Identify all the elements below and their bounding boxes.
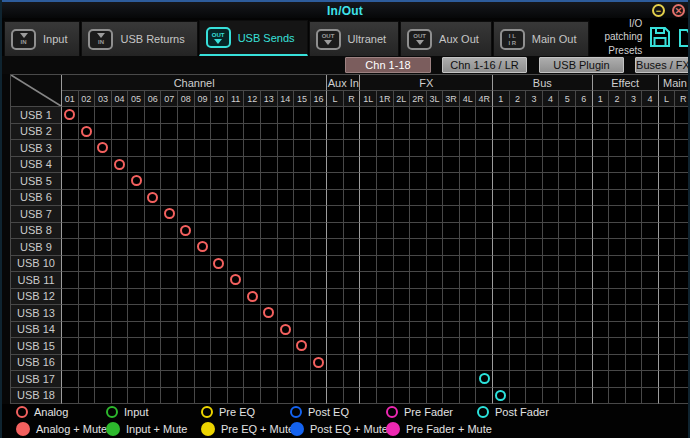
routing-cell[interactable]: [377, 256, 394, 273]
routing-cell[interactable]: [476, 157, 493, 174]
routing-cell[interactable]: [161, 223, 178, 240]
routing-cell[interactable]: [675, 355, 690, 372]
routing-cell[interactable]: [195, 256, 212, 273]
routing-cell[interactable]: [593, 124, 610, 141]
routing-cell[interactable]: [261, 206, 278, 223]
tab-main-out[interactable]: I LI RMain Out: [493, 21, 590, 56]
routing-cell[interactable]: [427, 124, 444, 141]
routing-cell[interactable]: [79, 239, 96, 256]
routing-cell[interactable]: [311, 355, 328, 372]
routing-cell[interactable]: [526, 190, 543, 207]
routing-cell[interactable]: [228, 157, 245, 174]
routing-cell[interactable]: [62, 124, 79, 141]
routing-cell[interactable]: [145, 190, 162, 207]
routing-cell[interactable]: [261, 173, 278, 190]
routing-cell[interactable]: [79, 107, 96, 124]
routing-cell[interactable]: [543, 239, 560, 256]
routing-cell[interactable]: [178, 371, 195, 388]
tab-usb-returns[interactable]: INUSB Returns: [81, 21, 197, 56]
routing-cell[interactable]: [626, 305, 643, 322]
routing-cell[interactable]: [112, 107, 129, 124]
routing-cell[interactable]: [79, 206, 96, 223]
routing-cell[interactable]: [593, 173, 610, 190]
routing-cell[interactable]: [443, 355, 460, 372]
routing-cell[interactable]: [659, 338, 676, 355]
routing-cell[interactable]: [278, 355, 295, 372]
routing-cell[interactable]: [394, 256, 411, 273]
routing-cell[interactable]: [510, 371, 527, 388]
routing-cell[interactable]: [161, 157, 178, 174]
routing-cell[interactable]: [377, 388, 394, 405]
routing-cell[interactable]: [360, 322, 377, 339]
routing-cell[interactable]: [311, 157, 328, 174]
routing-cell[interactable]: [161, 107, 178, 124]
routing-cell[interactable]: [593, 371, 610, 388]
routing-cell[interactable]: [178, 206, 195, 223]
routing-cell[interactable]: [62, 173, 79, 190]
routing-cell[interactable]: [195, 289, 212, 306]
routing-cell[interactable]: [460, 173, 477, 190]
routing-cell[interactable]: [410, 289, 427, 306]
routing-cell[interactable]: [543, 107, 560, 124]
routing-cell[interactable]: [327, 239, 344, 256]
routing-cell[interactable]: [311, 338, 328, 355]
routing-cell[interactable]: [261, 322, 278, 339]
routing-cell[interactable]: [609, 355, 626, 372]
routing-cell[interactable]: [526, 355, 543, 372]
routing-cell[interactable]: [642, 157, 659, 174]
routing-cell[interactable]: [294, 173, 311, 190]
routing-cell[interactable]: [659, 371, 676, 388]
routing-cell[interactable]: [112, 388, 129, 405]
routing-cell[interactable]: [675, 206, 690, 223]
routing-cell[interactable]: [178, 338, 195, 355]
routing-cell[interactable]: [642, 173, 659, 190]
routing-cell[interactable]: [559, 124, 576, 141]
tab-usb-sends[interactable]: OUTUSB Sends: [199, 20, 308, 56]
routing-cell[interactable]: [244, 355, 261, 372]
routing-cell[interactable]: [278, 173, 295, 190]
routing-cell[interactable]: [261, 223, 278, 240]
routing-cell[interactable]: [261, 107, 278, 124]
routing-cell[interactable]: [278, 371, 295, 388]
routing-cell[interactable]: [178, 140, 195, 157]
routing-cell[interactable]: [394, 223, 411, 240]
routing-cell[interactable]: [128, 157, 145, 174]
routing-cell[interactable]: [278, 272, 295, 289]
routing-cell[interactable]: [510, 107, 527, 124]
routing-cell[interactable]: [510, 124, 527, 141]
tab-aux-out[interactable]: OUTAux Out: [400, 21, 492, 56]
routing-cell[interactable]: [427, 388, 444, 405]
routing-cell[interactable]: [609, 157, 626, 174]
routing-cell[interactable]: [344, 256, 361, 273]
routing-cell[interactable]: [576, 289, 593, 306]
routing-cell[interactable]: [79, 256, 96, 273]
routing-cell[interactable]: [62, 140, 79, 157]
routing-cell[interactable]: [278, 157, 295, 174]
routing-cell[interactable]: [95, 157, 112, 174]
routing-cell[interactable]: [211, 206, 228, 223]
routing-cell[interactable]: [327, 223, 344, 240]
routing-cell[interactable]: [559, 256, 576, 273]
routing-cell[interactable]: [377, 272, 394, 289]
routing-cell[interactable]: [626, 173, 643, 190]
routing-cell[interactable]: [261, 338, 278, 355]
routing-cell[interactable]: [642, 371, 659, 388]
routing-cell[interactable]: [543, 140, 560, 157]
routing-cell[interactable]: [311, 388, 328, 405]
routing-cell[interactable]: [609, 107, 626, 124]
routing-cell[interactable]: [327, 140, 344, 157]
routing-cell[interactable]: [178, 322, 195, 339]
routing-cell[interactable]: [593, 107, 610, 124]
routing-cell[interactable]: [526, 157, 543, 174]
routing-cell[interactable]: [112, 157, 129, 174]
routing-cell[interactable]: [510, 157, 527, 174]
routing-cell[interactable]: [178, 124, 195, 141]
routing-cell[interactable]: [161, 272, 178, 289]
routing-cell[interactable]: [427, 289, 444, 306]
routing-cell[interactable]: [642, 305, 659, 322]
routing-cell[interactable]: [311, 322, 328, 339]
routing-cell[interactable]: [543, 355, 560, 372]
routing-cell[interactable]: [410, 157, 427, 174]
routing-cell[interactable]: [145, 388, 162, 405]
routing-cell[interactable]: [79, 338, 96, 355]
